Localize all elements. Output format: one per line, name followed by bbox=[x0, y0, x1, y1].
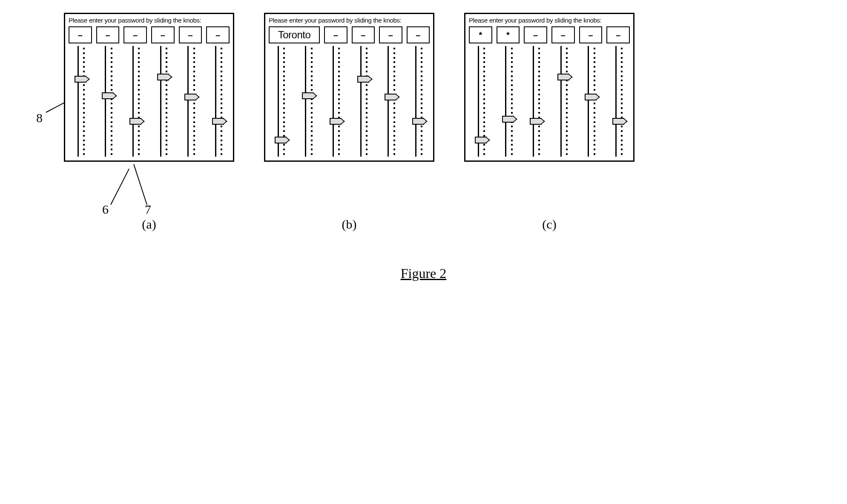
display-box: – bbox=[407, 26, 430, 43]
slider-column[interactable] bbox=[524, 46, 547, 157]
slider-column[interactable] bbox=[269, 46, 292, 157]
slider-ticks bbox=[511, 46, 513, 157]
display-box: – bbox=[123, 26, 147, 43]
slider-track bbox=[588, 46, 589, 157]
prompt-text: Please enter your password by sliding th… bbox=[269, 17, 430, 24]
display-box: – bbox=[69, 26, 92, 43]
slider-column[interactable] bbox=[151, 46, 175, 157]
slider-ticks bbox=[221, 46, 222, 157]
slider-knob[interactable] bbox=[302, 92, 314, 99]
slider-ticks bbox=[193, 46, 195, 157]
displays-row: –––––– bbox=[69, 26, 230, 43]
panel-c: Please enter your password by sliding th… bbox=[464, 13, 635, 162]
slider-ticks bbox=[111, 46, 112, 157]
slider-knob[interactable] bbox=[275, 137, 287, 143]
slider-knob[interactable] bbox=[475, 137, 487, 143]
panel-letter: (c) bbox=[464, 217, 635, 232]
slider-track bbox=[615, 46, 617, 157]
slider-knob[interactable] bbox=[75, 76, 86, 83]
slider-ticks bbox=[538, 46, 540, 157]
slider-column[interactable] bbox=[351, 46, 375, 157]
slider-ticks bbox=[311, 46, 313, 157]
panels-row: Please enter your password by sliding th… bbox=[64, 13, 834, 162]
slider-knob[interactable] bbox=[129, 118, 141, 125]
slider-knob[interactable] bbox=[357, 76, 369, 83]
slider-column[interactable] bbox=[497, 46, 520, 157]
slider-track bbox=[305, 46, 306, 157]
slider-track bbox=[333, 46, 334, 157]
displays-row: Toronto–––– bbox=[269, 26, 430, 43]
display-box: – bbox=[524, 26, 547, 43]
slider-knob[interactable] bbox=[184, 94, 196, 100]
slider-knob[interactable] bbox=[102, 92, 114, 99]
sliders-row bbox=[69, 46, 230, 157]
slider-knob[interactable] bbox=[612, 118, 624, 125]
slider-track bbox=[388, 46, 389, 157]
slider-column[interactable] bbox=[123, 46, 147, 157]
display-box: – bbox=[324, 26, 347, 43]
slider-column[interactable] bbox=[551, 46, 575, 157]
slider-column[interactable] bbox=[69, 46, 92, 157]
display-box: – bbox=[551, 26, 575, 43]
slider-ticks bbox=[166, 46, 167, 157]
slider-column[interactable] bbox=[179, 46, 202, 157]
display-box: – bbox=[179, 26, 202, 43]
slider-track bbox=[132, 46, 134, 157]
slider-knob[interactable] bbox=[585, 94, 597, 100]
slider-ticks bbox=[366, 46, 368, 157]
slider-track bbox=[533, 46, 534, 157]
slider-column[interactable] bbox=[606, 46, 630, 157]
panel-a: Please enter your password by sliding th… bbox=[64, 13, 234, 162]
slider-column[interactable] bbox=[296, 46, 320, 157]
slider-column[interactable] bbox=[324, 46, 347, 157]
slider-ticks bbox=[83, 46, 85, 157]
display-box: – bbox=[579, 26, 603, 43]
slider-track bbox=[160, 46, 161, 157]
annotation-label-8: 8 bbox=[36, 111, 43, 125]
panel-letter: (a) bbox=[64, 217, 234, 232]
display-box: – bbox=[96, 26, 120, 43]
slider-column[interactable] bbox=[579, 46, 603, 157]
slider-track bbox=[360, 46, 362, 157]
annotation-line-6 bbox=[110, 169, 129, 205]
displays-row: **–––– bbox=[469, 26, 630, 43]
annotation-label-7: 7 bbox=[145, 202, 151, 217]
slider-track bbox=[105, 46, 106, 157]
annotation-label-6: 6 bbox=[102, 202, 109, 217]
slider-track bbox=[78, 46, 79, 157]
slider-knob[interactable] bbox=[412, 118, 424, 125]
display-box: – bbox=[151, 26, 175, 43]
slider-track bbox=[505, 46, 506, 157]
slider-knob[interactable] bbox=[530, 118, 542, 125]
slider-track bbox=[560, 46, 562, 157]
slider-knob[interactable] bbox=[557, 74, 569, 80]
slider-ticks bbox=[421, 46, 422, 157]
slider-column[interactable] bbox=[469, 46, 492, 157]
slider-track bbox=[415, 46, 416, 157]
sliders-row bbox=[269, 46, 430, 157]
prompt-text: Please enter your password by sliding th… bbox=[469, 17, 630, 24]
slider-column[interactable] bbox=[96, 46, 120, 157]
annotation-line-8 bbox=[46, 102, 65, 113]
annotation-line-7 bbox=[133, 164, 147, 205]
slider-ticks bbox=[621, 46, 623, 157]
slider-knob[interactable] bbox=[502, 116, 514, 123]
slider-knob[interactable] bbox=[330, 118, 342, 125]
panel-letter: (b) bbox=[264, 217, 434, 232]
slider-knob[interactable] bbox=[157, 74, 169, 80]
slider-ticks bbox=[393, 46, 395, 157]
slider-ticks bbox=[138, 46, 140, 157]
display-box: – bbox=[206, 26, 230, 43]
display-box: * bbox=[469, 26, 492, 43]
figure-container: Please enter your password by sliding th… bbox=[13, 13, 834, 281]
slider-column[interactable] bbox=[406, 46, 430, 157]
slider-knob[interactable] bbox=[385, 94, 396, 100]
display-box: – bbox=[379, 26, 402, 43]
slider-knob[interactable] bbox=[212, 118, 224, 125]
slider-column[interactable] bbox=[379, 46, 402, 157]
slider-column[interactable] bbox=[206, 46, 230, 157]
display-box: Toronto bbox=[269, 26, 320, 43]
display-box: – bbox=[352, 26, 375, 43]
sliders-row bbox=[469, 46, 630, 157]
slider-ticks bbox=[566, 46, 568, 157]
